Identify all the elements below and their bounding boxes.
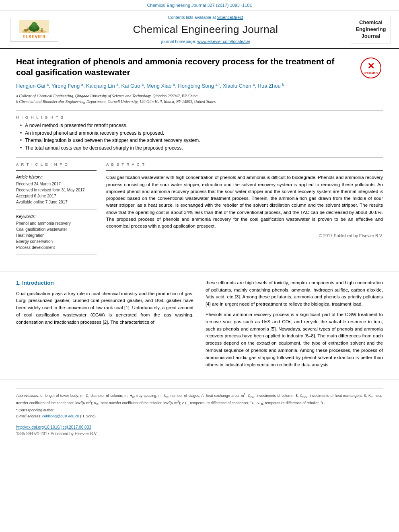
svg-rect-7 (25, 29, 26, 31)
svg-rect-8 (27, 29, 27, 31)
top-reference-line: Chemical Engineering Journal 327 (2017) … (0, 0, 399, 10)
body-col1-para1: Coal gasification plays a key role in co… (16, 290, 193, 326)
doi-line[interactable]: http://dx.doi.org/10.1016/j.cej.2017.06.… (0, 422, 399, 431)
divider-after-highlights (16, 157, 383, 158)
abbreviations-text: Abbreviations: L, length of tower body, … (16, 392, 383, 407)
svg-rect-15 (41, 30, 43, 32)
article-title-block: Heat integration of phenols and ammonia … (16, 56, 383, 78)
abstract-label: A B S T R A C T (106, 162, 383, 167)
header-left: ELSEVIER (8, 18, 60, 42)
elsevier-brand-text: ELSEVIER (23, 34, 45, 40)
body-right-column: these effluents are high levels of toxic… (206, 279, 383, 372)
authors-line: Hengjun Gai a, Yirong Feng a, Kaiqiang L… (16, 82, 383, 90)
body-col2-para2: Phenols and ammonia recovery process is … (206, 311, 383, 369)
svg-point-9 (27, 28, 29, 30)
homepage-link[interactable]: www.elsevier.com/locate/cej (197, 39, 250, 44)
section1-heading: 1. Introduction (16, 279, 193, 287)
divider-after-affiliations (16, 110, 383, 111)
corresponding-author-note: * Corresponding author. (16, 408, 383, 413)
info-bottom-rule (16, 255, 97, 255)
email-link[interactable]: cehlsong@qust.edu.cn (42, 414, 79, 418)
crossmark-cross: ✕ (367, 62, 374, 71)
article-info-column: A R T I C L E I N F O Article history: R… (16, 162, 97, 259)
article-info-label: A R T I C L E I N F O (16, 162, 97, 167)
crossmark-label: CrossMark (364, 72, 378, 75)
keywords-block: Keywords: Phenol and ammonia recovery Co… (16, 214, 97, 251)
abstract-bottom-rule (106, 243, 383, 243)
keyword-3: Heat integration (16, 233, 97, 238)
keyword-2: Coal gasification wastewater (16, 227, 97, 232)
accepted-date: Accepted 6 June 2017 (16, 193, 97, 199)
article-info-abstract-columns: A R T I C L E I N F O Article history: R… (16, 162, 383, 259)
highlights-section: H I G H L I G H T S A novel method is pr… (16, 115, 383, 152)
issn-line: 1385-8947/© 2017 Published by Elsevier B… (0, 431, 399, 440)
highlight-item: An improved phenol and ammonia recovery … (20, 130, 383, 137)
highlight-item: A novel method is presented for retrofit… (20, 122, 383, 129)
journal-title-main: Chemical Engineering Journal (65, 22, 346, 37)
cover-line2: Engineering (355, 26, 387, 33)
affiliation-a: a College of Chemical Engineering, Qingd… (16, 93, 383, 99)
science-direct-link[interactable]: ScienceDirect (217, 15, 243, 20)
keyword-5: Process development (16, 245, 97, 251)
footnotes-top-rule (16, 388, 383, 388)
cover-line3: Journal (355, 33, 387, 40)
copyright-line: © 2017 Published by Elsevier B.V. (106, 233, 383, 239)
elsevier-tree-illustration (16, 20, 52, 33)
affiliation-b: b Chemical and Biomolecular Engineering … (16, 99, 383, 105)
highlight-item: The total annual costs can be decreased … (20, 145, 383, 152)
received-date: Received 24 March 2017 (16, 181, 97, 187)
revised-date: Received in revised form 31 May 2017 (16, 187, 97, 193)
abstract-text: Coal gasification wastewater with high c… (106, 174, 383, 230)
abbrev-label: Abbreviations: (16, 394, 39, 398)
science-direct-prefix: Contents lists available at (168, 15, 217, 20)
svg-point-14 (41, 28, 43, 30)
highlights-label: H I G H L I G H T S (16, 115, 383, 120)
keyword-4: Energy conservation (16, 239, 97, 244)
email-suffix: (H. Song). (80, 414, 97, 418)
abstract-column: A B S T R A C T Coal gasification wastew… (106, 162, 383, 259)
article-main-content: Heat integration of phenols and ammonia … (0, 49, 399, 271)
highlight-item: Thermal integration is used between the … (20, 137, 383, 144)
crossmark-badge[interactable]: ✕ CrossMark (359, 56, 383, 80)
svg-rect-16 (40, 30, 41, 31)
body-col2-para1: these effluents are high levels of toxic… (206, 279, 383, 308)
cover-line1: Chemical (355, 19, 387, 26)
journal-homepage-line: journal homepage: www.elsevier.com/locat… (65, 39, 346, 45)
footnotes-area: Abbreviations: L, length of tower body, … (0, 380, 399, 422)
highlights-list: A novel method is presented for retrofit… (16, 122, 383, 152)
journal-cover-thumbnail: Chemical Engineering Journal (351, 16, 391, 43)
available-date: Available online 7 June 2017 (16, 199, 97, 205)
crossmark-circle: ✕ CrossMark (360, 58, 381, 78)
abstract-top-rule (106, 170, 383, 171)
body-content-area: 1. Introduction Coal gasification plays … (0, 279, 399, 380)
affiliations-block: a College of Chemical Engineering, Qingd… (16, 93, 383, 105)
article-history-block: Article history: Received 24 March 2017 … (16, 174, 97, 205)
email-note: E-mail address: cehlsong@qust.edu.cn (H.… (16, 414, 383, 419)
body-two-columns: 1. Introduction Coal gasification plays … (16, 279, 383, 372)
body-left-column: 1. Introduction Coal gasification plays … (16, 279, 193, 372)
science-direct-line: Contents lists available at ScienceDirec… (65, 14, 346, 21)
journal-header: ELSEVIER Contents lists available at Sci… (0, 10, 399, 49)
article-title-text: Heat integration of phenols and ammonia … (16, 57, 334, 77)
info-mid-rule (16, 209, 97, 210)
history-label: Article history: (16, 174, 97, 180)
keywords-label: Keywords: (16, 214, 97, 220)
info-top-rule (16, 170, 97, 171)
keyword-1: Phenol and ammonia recovery (16, 221, 97, 226)
email-label: E-mail address: (16, 414, 41, 418)
issn-text: 1385-8947/© 2017 Published by Elsevier B… (16, 431, 97, 436)
header-center: Contents lists available at ScienceDirec… (65, 14, 346, 45)
doi-url: http://dx.doi.org/10.1016/j.cej.2017.06.… (16, 425, 91, 429)
elsevier-logo: ELSEVIER (10, 18, 58, 42)
journal-reference-text: Chemical Engineering Journal 327 (2017) … (147, 3, 252, 8)
homepage-prefix: journal homepage: (161, 39, 197, 44)
svg-point-5 (31, 22, 37, 27)
authors-text: Hengjun Gai a, Yirong Feng a, Kaiqiang L… (16, 83, 284, 89)
